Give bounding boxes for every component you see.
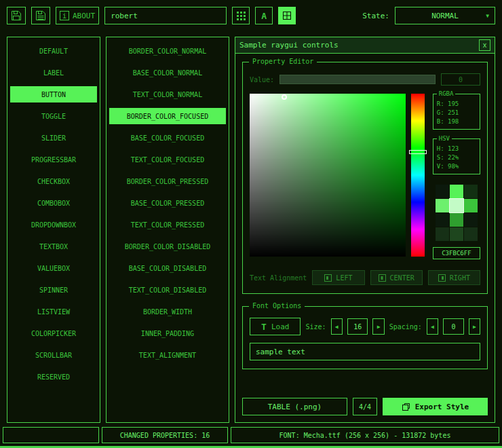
color-picker-row: RGBA R: 195 G: 251 B: 198 HSV H: 123 S: … <box>250 94 480 259</box>
palette-cell[interactable] <box>450 185 463 198</box>
palette-cell[interactable] <box>464 185 478 198</box>
properties-list-item[interactable]: INNER_PADDING <box>109 325 226 341</box>
state-dropdown-value: NORMAL <box>431 12 459 20</box>
align-center-button[interactable]: CENTER <box>370 270 423 285</box>
properties-list-item[interactable]: BORDER_COLOR_NORMAL <box>109 43 226 59</box>
properties-list-item[interactable]: TEXT_COLOR_DISABLED <box>109 282 226 298</box>
state-label: State: <box>362 12 389 20</box>
controls-list-item[interactable]: LABEL <box>10 64 97 81</box>
hue-slider[interactable] <box>411 94 425 257</box>
controls-list-item[interactable]: VALUEBOX <box>10 260 97 276</box>
controls-list-item[interactable]: SLIDER <box>10 130 97 146</box>
status-font-info: FONT: Mecha.ttf (256 x 256) - 131872 byt… <box>231 427 499 443</box>
value-box[interactable]: 0 <box>441 73 480 86</box>
font-size-decrease-button[interactable]: ◀ <box>331 318 343 335</box>
value-label: Value: <box>250 76 274 83</box>
font-spacing-value[interactable]: 0 <box>443 318 464 335</box>
state-dropdown[interactable]: NORMAL ▼ <box>395 7 495 24</box>
properties-list-item[interactable]: BORDER_COLOR_PRESSED <box>109 173 226 189</box>
font-spacing-decrease-button[interactable]: ◀ <box>427 318 438 335</box>
floppy-save-as-icon <box>35 10 46 21</box>
properties-list-item[interactable]: BORDER_COLOR_DISABLED <box>109 238 226 255</box>
properties-list-item[interactable]: TEXT_COLOR_NORMAL <box>109 86 226 102</box>
controls-list-item[interactable]: RESERVED <box>10 369 97 385</box>
palette-cell[interactable] <box>450 227 463 241</box>
controls-list-item[interactable]: LISTVIEW <box>10 303 97 320</box>
controls-list-item[interactable]: TOGGLE <box>10 108 97 124</box>
properties-list-item[interactable]: TEXT_ALIGNMENT <box>109 347 226 363</box>
properties-list-item[interactable]: BORDER_WIDTH <box>109 303 226 320</box>
hsv-hue-value: H: 123 <box>437 145 476 153</box>
status-bar: CHANGED PROPERTIES: 16 FONT: Mecha.ttf (… <box>0 427 502 446</box>
controls-list-item-selected[interactable]: BUTTON <box>10 86 97 102</box>
font-spacing-increase-button[interactable]: ▶ <box>469 318 480 335</box>
controls-list-item[interactable]: COMBOBOX <box>10 195 97 211</box>
grid-view-button[interactable] <box>232 7 250 24</box>
align-center-label: CENTER <box>390 274 414 282</box>
export-style-label: Export Style <box>415 403 469 411</box>
hsv-group: HSV H: 123 S: 22% V: 98% <box>433 138 480 174</box>
properties-list-item[interactable]: BASE_COLOR_DISABLED <box>109 260 226 276</box>
palette-cell[interactable] <box>464 227 478 241</box>
export-style-button[interactable]: Export Style <box>383 398 488 415</box>
value-slider[interactable] <box>279 75 436 84</box>
font-size-value[interactable]: 16 <box>347 318 368 335</box>
style-table-view-button[interactable] <box>278 7 296 24</box>
hex-color-value[interactable]: C3FBC6FF <box>433 247 480 259</box>
controls-list: DEFAULT LABEL BUTTON TOGGLE SLIDER PROGR… <box>7 37 100 423</box>
hue-slider-cursor[interactable] <box>409 150 427 154</box>
rgba-green-value: G: 251 <box>437 109 476 117</box>
dropdown-arrow-icon: ▼ <box>486 13 489 19</box>
window-close-button[interactable]: x <box>479 39 490 51</box>
style-name-input[interactable] <box>104 7 227 24</box>
palette-cell[interactable] <box>450 213 463 227</box>
palette-cell[interactable] <box>436 199 449 212</box>
font-atlas-view-button[interactable]: A <box>255 7 273 24</box>
properties-list-item[interactable]: TEXT_COLOR_PRESSED <box>109 217 226 233</box>
align-left-label: LEFT <box>336 274 352 282</box>
controls-list-item[interactable]: SCROLLBAR <box>10 347 97 363</box>
palette-cell[interactable] <box>436 227 449 241</box>
font-size-label: Size: <box>305 323 326 331</box>
color-picker-area[interactable] <box>250 94 406 257</box>
controls-list-item[interactable]: COLORPICKER <box>10 325 97 341</box>
align-center-icon <box>379 274 386 282</box>
controls-list-item[interactable]: DROPDOWNBOX <box>10 217 97 233</box>
arrow-left-icon: ◀ <box>335 324 339 330</box>
grid-icon <box>237 12 246 20</box>
properties-list-item-selected[interactable]: BORDER_COLOR_FOCUSED <box>109 108 226 124</box>
palette-cell[interactable] <box>464 213 478 227</box>
font-options-group: Font Options T Load Size: ◀ 16 ▶ <box>242 306 488 369</box>
font-size-increase-button[interactable]: ▶ <box>372 318 384 335</box>
properties-list-item[interactable]: BASE_COLOR_PRESSED <box>109 195 226 211</box>
palette-cell[interactable] <box>464 199 478 212</box>
text-t-icon: T <box>261 322 267 332</box>
align-left-button[interactable]: LEFT <box>312 270 364 285</box>
palette-cell[interactable] <box>436 213 449 227</box>
palette-cell[interactable] <box>436 185 449 198</box>
export-format-button[interactable]: TABLE (.png) <box>242 398 347 415</box>
properties-list-item[interactable]: BASE_COLOR_FOCUSED <box>109 130 226 146</box>
properties-list-item[interactable]: BASE_COLOR_NORMAL <box>109 64 226 81</box>
window-body: Property Editor Value: 0 <box>235 54 495 422</box>
font-load-button[interactable]: T Load <box>250 318 301 335</box>
font-options-label: Font Options <box>249 302 305 310</box>
info-icon: i <box>60 11 69 20</box>
align-right-button[interactable]: RIGHT <box>428 270 480 285</box>
color-picker-cursor[interactable] <box>282 94 287 100</box>
window-titlebar[interactable]: Sample raygui controls x <box>235 37 495 54</box>
font-load-label: Load <box>271 322 290 331</box>
about-button[interactable]: i ABOUT <box>56 7 99 24</box>
save-style-button[interactable] <box>7 7 26 24</box>
export-icon <box>402 403 410 411</box>
controls-list-item[interactable]: DEFAULT <box>10 43 97 59</box>
save-style-as-button[interactable] <box>31 7 50 24</box>
sample-text-input[interactable] <box>250 343 480 360</box>
controls-list-item[interactable]: TEXTBOX <box>10 238 97 255</box>
align-right-icon <box>438 274 446 282</box>
palette-cell-current[interactable] <box>450 199 463 212</box>
controls-list-item[interactable]: SPINNER <box>10 282 97 298</box>
controls-list-item[interactable]: CHECKBOX <box>10 173 97 189</box>
controls-list-item[interactable]: PROGRESSBAR <box>10 151 97 168</box>
properties-list-item[interactable]: TEXT_COLOR_FOCUSED <box>109 151 226 168</box>
